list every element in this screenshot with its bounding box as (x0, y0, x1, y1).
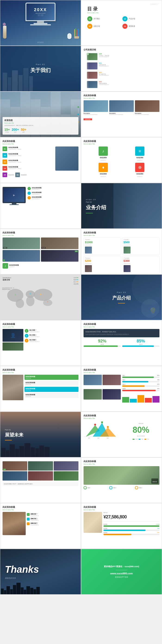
promo-url: www.suca999.com (110, 572, 133, 575)
slide15-subtitle: Here to add a Title (2, 326, 79, 328)
color-block-4: 在此处添加标题 说明文字内容 (24, 393, 79, 398)
history-item-1: 2008 公司成立，开始运营 在此处添加详细描述文字 (87, 53, 160, 60)
svg-text:Q2: Q2 (97, 438, 99, 439)
slide6-subtitle: Here to add a Title (83, 98, 160, 99)
slide12-title: 此处添加标题 (83, 231, 160, 234)
future-feature-3: ✓ 目标三 (135, 486, 160, 490)
promo-sub: 更多精品PPT资源 (115, 576, 128, 578)
flower-icon: 🌸 (2, 22, 6, 26)
slide17-subtitle: Here to add a Title (2, 372, 79, 373)
toc-label-4: 展望未来 (129, 25, 135, 28)
slide20-title: 此处添加标题 (83, 414, 160, 417)
dark-text-block: 在此处添加说明文字内容，简单描述产品核心特点。 Lorem ipsum dolo… (83, 329, 160, 337)
slide24-subtitle: Here to add a Title (83, 509, 160, 510)
slide-future-header: Part 01 展望未来 (0, 412, 81, 457)
toc-subtitle: Here to add a Title (87, 12, 156, 14)
slide-content-8: 此处添加标题 Here to add a Title ♪ 在此处添加 内容描述文… (81, 137, 162, 183)
product-title: 产品介绍 (112, 295, 131, 301)
slide15-images: 👤 (2, 329, 23, 350)
promo-main-text: 更多精品PPT资源在→suca(999.com) (104, 565, 139, 568)
thanks-title: Thanks (5, 564, 76, 575)
info2-display: 汇报人：张张图库 (38, 15, 43, 16)
slide23-image (2, 512, 26, 535)
slide-content-21: 人物A 在此处添加团队介绍文字，描述团队核心成员和专业能力。 (0, 457, 81, 503)
history-thumb-3 (87, 72, 97, 79)
toc-item-1: 01 关于我们 (87, 16, 121, 21)
toc-title: 目 录 (87, 6, 156, 12)
photo-grid-3 (2, 250, 40, 262)
svg-text:Q1: Q1 (88, 438, 90, 439)
price-card-1: 产品名称一 $1000 在此处添加说明 (83, 238, 121, 255)
slide-about-header: Part 01 关于我们 (0, 46, 81, 92)
photo-grid-2: 办公室 (41, 238, 79, 249)
history-item-3: 2014 进入国际市场 在此处添加详细描述文字 (87, 72, 160, 79)
svg-text:Q3: Q3 (107, 438, 109, 439)
svg-point-1 (16, 299, 24, 308)
toc-item-4: 03 展望未来 (122, 24, 156, 29)
svg-point-5 (43, 300, 52, 306)
slide24-title: 此处添加标题 (83, 506, 160, 509)
slide7-title: 此处添加标题 (2, 140, 79, 143)
toc-num-1: 01 (87, 16, 92, 21)
team-photo-4 (2, 471, 27, 480)
monitor-image: ▶ (2, 187, 26, 205)
percent-display: 增长比例 80% 较去年同期增长 产品A 产品B 产品 (122, 420, 160, 442)
slide-content-17: 此处添加标题 Here to add a Title 在此处添加标题 说明文字内… (0, 366, 81, 412)
svg-point-4 (34, 289, 52, 301)
slide-content-6: 此处添加标题 Here to add a Title Description 在… (81, 92, 162, 137)
stats-row: 92% 满意度 85% 增长率 (83, 339, 160, 347)
slide7-photo (55, 146, 79, 171)
photo-1 (83, 100, 108, 112)
photo-2 (109, 100, 134, 112)
feature-item-01: 01 在此处添加标题 在此处添加说明文字，简单描述 (2, 146, 54, 151)
part-label-1: Part 01 (36, 64, 45, 66)
slide-company-history: 公司发展历程 2008 公司成立，开始运营 在此处添加详细描述文字 2011 (81, 46, 162, 92)
nature-photo: 展望未来 (83, 466, 160, 485)
part-label-3: Part 03 (112, 291, 131, 294)
slide24-photo (83, 512, 102, 535)
img-block-3 (83, 389, 102, 400)
progress-section: 功能一85% 功能二70% 功能三60% (122, 375, 160, 402)
slide18-subtitle: Here to add a Title (83, 372, 160, 373)
slide6-title: 此处添加标题 (83, 94, 160, 97)
img-block-4 (102, 389, 121, 400)
icon-item-2: ≡ 在此处添加 内容描述文字 (122, 146, 157, 161)
slide22-title: 此处添加标题 (83, 460, 160, 463)
part-num-2: Part 02 (86, 201, 157, 203)
product-icon: 💡 (149, 307, 157, 315)
slide-content-15: 此处添加标题 Here to add a Title 👤 1 核心功能一 在此处… (0, 320, 81, 366)
list-item-3: 3 在此处添加标题 在此处添加说明文字 (27, 196, 79, 200)
amount-display: ¥27,586,800 (103, 514, 160, 520)
history-item-4: 2017 跨越式发展阶段 在此处添加详细描述文字 (87, 81, 160, 88)
section-title-about: 关于我们 (30, 67, 51, 74)
svg-point-7 (30, 293, 31, 294)
bar-chart (122, 393, 160, 402)
slide20-subtitle: Here to add a Title (83, 418, 160, 419)
team-photo-6 (54, 471, 79, 480)
slide-content-23: 此处添加标题 Here to add a Title ✓ 战略目标一 在此处添加… (0, 503, 81, 549)
toc-num-3: 02 (87, 24, 92, 29)
slide15-title: 此处添加标题 (2, 323, 79, 326)
thanks-subtitle: 感谢您的支持 (5, 577, 76, 580)
distribution-title-en: Distributiorn (2, 277, 11, 278)
slide23-subtitle: Here to add a Title (2, 509, 79, 510)
team-photo-5 (28, 471, 53, 480)
slide23-title: 此处添加标题 (2, 506, 79, 509)
slide-thanks: Thanks 感谢您的支持 (0, 549, 81, 594)
slide-business-header: slide-10 Part 02 业务介绍 (81, 183, 162, 229)
city-photo (2, 375, 23, 400)
svg-point-15 (107, 426, 109, 428)
percent-value: 80% (133, 425, 149, 435)
slide11-title: 此处添加标题 (2, 231, 79, 234)
slide-title: 🌸 20XX 高端企业商业计划书PPT 汇报时间：20XX年 汇报人：张张图库 (0, 0, 81, 46)
feature-item-03: 03 在此处添加标题 在此处添加说明文字，简单描述 (2, 160, 54, 164)
slide-content-9: ▶ 1 在此处添加标题 在此处添加说明文字 2 (0, 183, 81, 229)
product-feature-1: 1 核心功能一 在此处添加详细说明文字 (25, 329, 79, 333)
future-feature-1: ✓ 目标一 (83, 486, 108, 490)
feature-item-02: 02 在此处添加标题 在此处添加说明文字，简单描述 (2, 153, 54, 158)
icon-item-3: ♦ 在此处添加 内容描述文字 (86, 163, 121, 177)
price-card-4: 产品名称四 $300 在此处添加说明 (122, 256, 160, 274)
history-item-2: 2011 业务快速扩展 在此处添加详细描述文字 (87, 62, 160, 70)
slide16-title: 此处添加标题 (83, 323, 160, 326)
feature-item-06: 06 在此处添加 (15, 172, 27, 177)
